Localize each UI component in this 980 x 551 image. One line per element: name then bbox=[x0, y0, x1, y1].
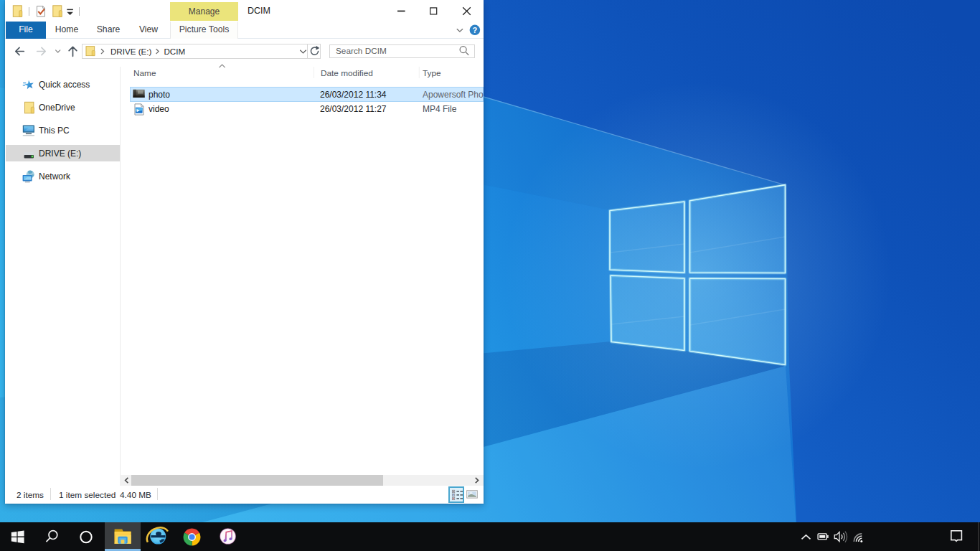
svg-text:?: ? bbox=[473, 26, 478, 34]
